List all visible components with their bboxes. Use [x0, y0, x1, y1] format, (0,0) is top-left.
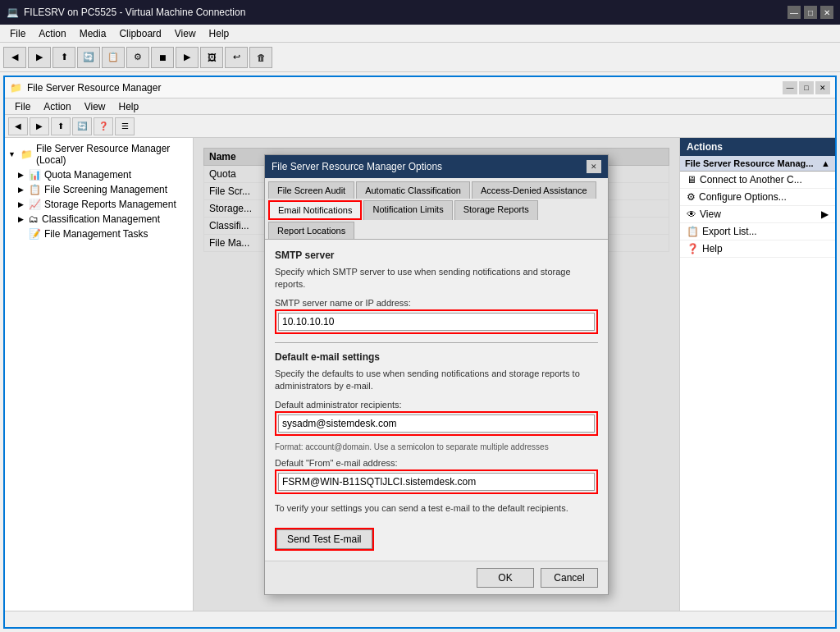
tab-storage-reports[interactable]: Storage Reports	[454, 200, 538, 220]
tab-access-denied[interactable]: Access-Denied Assistance	[472, 181, 596, 199]
recipients-input-wrapper	[275, 411, 598, 436]
right-panel-help[interactable]: ❓ Help	[680, 240, 835, 258]
tab-file-screen-audit[interactable]: File Screen Audit	[268, 181, 354, 199]
title-bar-title: FILESRV on PC5525 - Virtual Machine Conn…	[24, 7, 245, 18]
inner-menu-help[interactable]: Help	[112, 100, 146, 113]
inner-toolbar-up[interactable]: ⬆	[51, 117, 71, 135]
sidebar-item-fsrm[interactable]: ▼ 📁 File Server Resource Manager (Local)	[5, 141, 193, 167]
test-email-section: To verify your settings you can send a t…	[275, 502, 598, 551]
menu-view[interactable]: View	[168, 26, 203, 41]
tab-auto-classification[interactable]: Automatic Classification	[356, 181, 470, 199]
recipients-label: Default administrator recipients:	[275, 400, 598, 410]
tab-report-locations[interactable]: Report Locations	[268, 222, 354, 239]
menu-file[interactable]: File	[3, 26, 32, 41]
configure-label: Configure Options...	[699, 191, 787, 203]
inner-title-controls[interactable]: — □ ✕	[783, 81, 830, 94]
inner-toolbar-forward[interactable]: ▶	[30, 117, 49, 135]
inner-maximize[interactable]: □	[799, 81, 814, 94]
smtp-field-label: SMTP server name or IP address:	[275, 298, 598, 308]
email-settings-section: Default e-mail settings Specify the defa…	[275, 351, 598, 494]
right-panel-title: Actions	[680, 138, 835, 156]
toolbar-undo[interactable]: ↩	[225, 47, 248, 68]
smtp-section-title: SMTP server	[275, 250, 598, 261]
sidebar-label-cl: Classification Management	[42, 213, 160, 225]
sidebar-icon-quota: 📊	[29, 169, 41, 181]
center-content: Name Quota File Scr... Storage... Classi…	[194, 138, 679, 611]
smtp-input[interactable]	[278, 313, 595, 331]
menu-help[interactable]: Help	[203, 26, 236, 41]
toolbar-btn4[interactable]: 📋	[102, 47, 125, 68]
close-btn[interactable]: ✕	[820, 6, 833, 19]
inner-title-icon: 📁	[10, 82, 22, 94]
dialog-close-controls[interactable]: ✕	[587, 160, 601, 173]
inner-close[interactable]: ✕	[815, 81, 830, 94]
dialog-close-icon[interactable]: ✕	[587, 160, 601, 173]
inner-menu-view[interactable]: View	[78, 100, 112, 113]
toolbar-back[interactable]: ◀	[3, 47, 26, 68]
inner-toolbar-view[interactable]: ☰	[115, 117, 135, 135]
sidebar-icon-fs: 📋	[29, 184, 41, 195]
inner-title-bar: 📁 File Server Resource Manager — □ ✕	[5, 77, 835, 98]
export-label: Export List...	[702, 226, 757, 237]
right-panel-chevron: ▲	[821, 158, 830, 168]
tab-email-notifications[interactable]: Email Notifications	[268, 200, 362, 220]
recipients-input[interactable]	[278, 414, 595, 433]
toolbar-delete[interactable]: 🗑	[249, 47, 272, 68]
sidebar-icon-cl: 🗂	[29, 213, 39, 225]
toolbar-btn3[interactable]: 🔄	[77, 47, 100, 68]
help-icon: ❓	[687, 243, 699, 254]
inner-toolbar-help[interactable]: ❓	[94, 117, 113, 135]
status-bar	[5, 611, 835, 627]
toolbar-up[interactable]: ⬆	[52, 47, 75, 68]
configure-icon: ⚙	[687, 191, 696, 203]
sidebar-item-file-screening[interactable]: ▶ 📋 File Screening Management	[5, 182, 193, 197]
sidebar-item-quota[interactable]: ▶ 📊 Quota Management	[5, 167, 193, 182]
from-input-wrapper	[275, 469, 598, 494]
sidebar-label-sr: Storage Reports Management	[44, 199, 176, 210]
inner-menu-action[interactable]: Action	[37, 100, 77, 113]
minimize-btn[interactable]: —	[788, 6, 801, 19]
dialog-title-bar: File Server Resource Manager Options ✕	[265, 155, 608, 178]
expand-icon-fs: ▶	[18, 185, 24, 194]
toolbar-btn5[interactable]: ⚙	[126, 47, 149, 68]
help-label: Help	[702, 243, 723, 254]
ok-button[interactable]: OK	[477, 568, 534, 588]
menu-clipboard[interactable]: Clipboard	[112, 26, 167, 41]
maximize-btn[interactable]: □	[804, 6, 817, 19]
sidebar-label-fs: File Screening Management	[44, 184, 167, 195]
view-label: View	[700, 208, 721, 220]
inner-toolbar-refresh[interactable]: 🔄	[72, 117, 92, 135]
menu-action[interactable]: Action	[32, 26, 72, 41]
menu-media[interactable]: Media	[73, 26, 113, 41]
sidebar-item-classification[interactable]: ▶ 🗂 Classification Management	[5, 212, 193, 227]
inner-menu-file[interactable]: File	[8, 100, 37, 113]
recipients-hint: Format: account@domain. Use a semicolon …	[275, 442, 598, 451]
sidebar-icon-sr: 📈	[29, 199, 41, 210]
sidebar-label-quota: Quota Management	[44, 169, 131, 181]
inner-toolbar-back[interactable]: ◀	[8, 117, 28, 135]
expand-icon: ▼	[8, 150, 16, 158]
toolbar-play[interactable]: ▶	[176, 47, 199, 68]
inner-toolbar: ◀ ▶ ⬆ 🔄 ❓ ☰	[5, 115, 835, 138]
sidebar-icon-fsrm: 📁	[21, 149, 33, 160]
title-bar-controls[interactable]: — □ ✕	[788, 6, 833, 19]
right-panel-export[interactable]: 📋 Export List...	[680, 223, 835, 240]
right-panel-connect[interactable]: 🖥 Connect to Another C...	[680, 172, 835, 189]
sidebar-item-file-mgmt[interactable]: ▶ 📝 File Management Tasks	[5, 227, 193, 241]
from-label: Default "From" e-mail address:	[275, 458, 598, 468]
toolbar-img[interactable]: 🖼	[200, 47, 223, 68]
tab-notification-limits[interactable]: Notification Limits	[363, 200, 452, 220]
sidebar-label-fsrm: File Server Resource Manager (Local)	[36, 143, 189, 166]
right-panel-view[interactable]: 👁 View ▶	[680, 206, 835, 223]
toolbar-forward[interactable]: ▶	[28, 47, 51, 68]
right-panel-section-header: File Server Resource Manag... ▲	[680, 156, 835, 172]
toolbar: ◀ ▶ ⬆ 🔄 📋 ⚙ ⏹ ▶ 🖼 ↩ 🗑	[0, 43, 840, 72]
view-icon: 👁	[687, 208, 696, 220]
right-panel-configure[interactable]: ⚙ Configure Options...	[680, 189, 835, 206]
from-input[interactable]	[278, 473, 595, 491]
inner-minimize[interactable]: —	[783, 81, 797, 94]
send-test-button[interactable]: Send Test E-mail	[276, 529, 372, 549]
toolbar-stop[interactable]: ⏹	[151, 47, 174, 68]
sidebar-item-storage-reports[interactable]: ▶ 📈 Storage Reports Management	[5, 197, 193, 212]
cancel-button[interactable]: Cancel	[541, 568, 598, 588]
